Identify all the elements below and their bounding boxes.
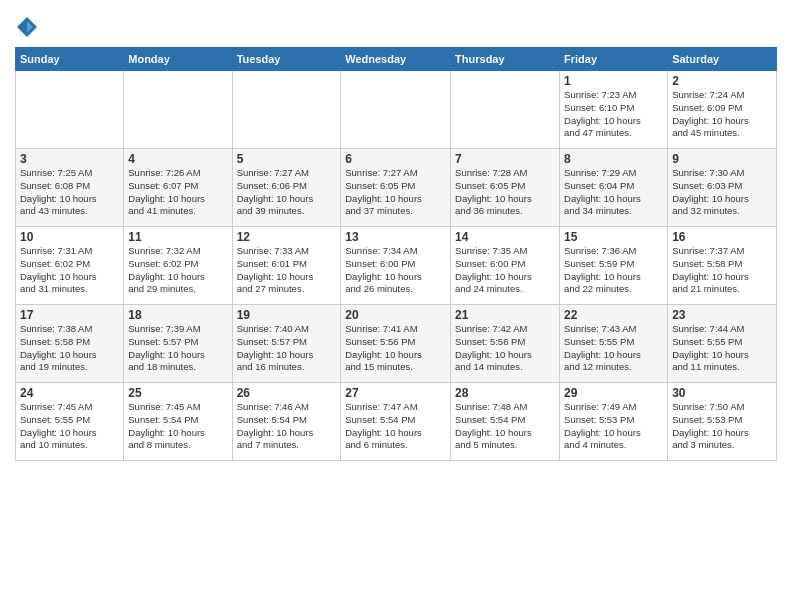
calendar-cell: 3Sunrise: 7:25 AMSunset: 6:08 PMDaylight… bbox=[16, 149, 124, 227]
calendar-cell: 13Sunrise: 7:34 AMSunset: 6:00 PMDayligh… bbox=[341, 227, 451, 305]
calendar-cell: 30Sunrise: 7:50 AMSunset: 5:53 PMDayligh… bbox=[668, 383, 777, 461]
weekday-header: Tuesday bbox=[232, 48, 341, 71]
calendar-cell: 11Sunrise: 7:32 AMSunset: 6:02 PMDayligh… bbox=[124, 227, 232, 305]
day-number: 5 bbox=[237, 152, 337, 166]
day-info: Sunrise: 7:38 AMSunset: 5:58 PMDaylight:… bbox=[20, 323, 119, 374]
calendar-cell bbox=[124, 71, 232, 149]
calendar-cell: 1Sunrise: 7:23 AMSunset: 6:10 PMDaylight… bbox=[560, 71, 668, 149]
day-number: 10 bbox=[20, 230, 119, 244]
calendar-cell: 18Sunrise: 7:39 AMSunset: 5:57 PMDayligh… bbox=[124, 305, 232, 383]
day-number: 29 bbox=[564, 386, 663, 400]
calendar-cell: 8Sunrise: 7:29 AMSunset: 6:04 PMDaylight… bbox=[560, 149, 668, 227]
calendar-cell: 22Sunrise: 7:43 AMSunset: 5:55 PMDayligh… bbox=[560, 305, 668, 383]
day-info: Sunrise: 7:24 AMSunset: 6:09 PMDaylight:… bbox=[672, 89, 772, 140]
day-number: 17 bbox=[20, 308, 119, 322]
day-info: Sunrise: 7:27 AMSunset: 6:05 PMDaylight:… bbox=[345, 167, 446, 218]
calendar-cell: 27Sunrise: 7:47 AMSunset: 5:54 PMDayligh… bbox=[341, 383, 451, 461]
calendar-body: 1Sunrise: 7:23 AMSunset: 6:10 PMDaylight… bbox=[16, 71, 777, 461]
day-info: Sunrise: 7:50 AMSunset: 5:53 PMDaylight:… bbox=[672, 401, 772, 452]
calendar-cell: 7Sunrise: 7:28 AMSunset: 6:05 PMDaylight… bbox=[451, 149, 560, 227]
day-info: Sunrise: 7:46 AMSunset: 5:54 PMDaylight:… bbox=[237, 401, 337, 452]
day-info: Sunrise: 7:40 AMSunset: 5:57 PMDaylight:… bbox=[237, 323, 337, 374]
calendar-cell: 23Sunrise: 7:44 AMSunset: 5:55 PMDayligh… bbox=[668, 305, 777, 383]
day-number: 24 bbox=[20, 386, 119, 400]
page-container: SundayMondayTuesdayWednesdayThursdayFrid… bbox=[0, 0, 792, 466]
logo bbox=[15, 15, 41, 39]
calendar-cell: 12Sunrise: 7:33 AMSunset: 6:01 PMDayligh… bbox=[232, 227, 341, 305]
calendar-cell bbox=[451, 71, 560, 149]
calendar-cell: 10Sunrise: 7:31 AMSunset: 6:02 PMDayligh… bbox=[16, 227, 124, 305]
day-info: Sunrise: 7:43 AMSunset: 5:55 PMDaylight:… bbox=[564, 323, 663, 374]
calendar-cell bbox=[232, 71, 341, 149]
day-number: 8 bbox=[564, 152, 663, 166]
calendar-cell: 20Sunrise: 7:41 AMSunset: 5:56 PMDayligh… bbox=[341, 305, 451, 383]
calendar-week-row: 17Sunrise: 7:38 AMSunset: 5:58 PMDayligh… bbox=[16, 305, 777, 383]
calendar-cell bbox=[341, 71, 451, 149]
day-number: 20 bbox=[345, 308, 446, 322]
day-number: 27 bbox=[345, 386, 446, 400]
day-number: 13 bbox=[345, 230, 446, 244]
day-number: 7 bbox=[455, 152, 555, 166]
day-info: Sunrise: 7:30 AMSunset: 6:03 PMDaylight:… bbox=[672, 167, 772, 218]
day-info: Sunrise: 7:44 AMSunset: 5:55 PMDaylight:… bbox=[672, 323, 772, 374]
day-number: 11 bbox=[128, 230, 227, 244]
day-info: Sunrise: 7:45 AMSunset: 5:55 PMDaylight:… bbox=[20, 401, 119, 452]
calendar-cell: 6Sunrise: 7:27 AMSunset: 6:05 PMDaylight… bbox=[341, 149, 451, 227]
day-info: Sunrise: 7:33 AMSunset: 6:01 PMDaylight:… bbox=[237, 245, 337, 296]
day-number: 14 bbox=[455, 230, 555, 244]
weekday-header-row: SundayMondayTuesdayWednesdayThursdayFrid… bbox=[16, 48, 777, 71]
calendar-week-row: 1Sunrise: 7:23 AMSunset: 6:10 PMDaylight… bbox=[16, 71, 777, 149]
day-number: 21 bbox=[455, 308, 555, 322]
day-number: 9 bbox=[672, 152, 772, 166]
day-info: Sunrise: 7:45 AMSunset: 5:54 PMDaylight:… bbox=[128, 401, 227, 452]
calendar-cell: 19Sunrise: 7:40 AMSunset: 5:57 PMDayligh… bbox=[232, 305, 341, 383]
calendar-cell: 28Sunrise: 7:48 AMSunset: 5:54 PMDayligh… bbox=[451, 383, 560, 461]
day-info: Sunrise: 7:25 AMSunset: 6:08 PMDaylight:… bbox=[20, 167, 119, 218]
weekday-header: Wednesday bbox=[341, 48, 451, 71]
day-info: Sunrise: 7:28 AMSunset: 6:05 PMDaylight:… bbox=[455, 167, 555, 218]
day-number: 16 bbox=[672, 230, 772, 244]
day-info: Sunrise: 7:31 AMSunset: 6:02 PMDaylight:… bbox=[20, 245, 119, 296]
day-info: Sunrise: 7:39 AMSunset: 5:57 PMDaylight:… bbox=[128, 323, 227, 374]
day-info: Sunrise: 7:26 AMSunset: 6:07 PMDaylight:… bbox=[128, 167, 227, 218]
day-info: Sunrise: 7:35 AMSunset: 6:00 PMDaylight:… bbox=[455, 245, 555, 296]
day-info: Sunrise: 7:23 AMSunset: 6:10 PMDaylight:… bbox=[564, 89, 663, 140]
calendar-header: SundayMondayTuesdayWednesdayThursdayFrid… bbox=[16, 48, 777, 71]
weekday-header: Friday bbox=[560, 48, 668, 71]
day-number: 4 bbox=[128, 152, 227, 166]
calendar-cell: 15Sunrise: 7:36 AMSunset: 5:59 PMDayligh… bbox=[560, 227, 668, 305]
calendar-cell: 26Sunrise: 7:46 AMSunset: 5:54 PMDayligh… bbox=[232, 383, 341, 461]
calendar-cell: 25Sunrise: 7:45 AMSunset: 5:54 PMDayligh… bbox=[124, 383, 232, 461]
calendar-cell: 21Sunrise: 7:42 AMSunset: 5:56 PMDayligh… bbox=[451, 305, 560, 383]
day-info: Sunrise: 7:27 AMSunset: 6:06 PMDaylight:… bbox=[237, 167, 337, 218]
calendar-cell: 2Sunrise: 7:24 AMSunset: 6:09 PMDaylight… bbox=[668, 71, 777, 149]
day-info: Sunrise: 7:49 AMSunset: 5:53 PMDaylight:… bbox=[564, 401, 663, 452]
day-number: 19 bbox=[237, 308, 337, 322]
calendar-week-row: 3Sunrise: 7:25 AMSunset: 6:08 PMDaylight… bbox=[16, 149, 777, 227]
day-number: 18 bbox=[128, 308, 227, 322]
day-number: 2 bbox=[672, 74, 772, 88]
day-number: 15 bbox=[564, 230, 663, 244]
day-info: Sunrise: 7:48 AMSunset: 5:54 PMDaylight:… bbox=[455, 401, 555, 452]
calendar-cell: 5Sunrise: 7:27 AMSunset: 6:06 PMDaylight… bbox=[232, 149, 341, 227]
logo-icon bbox=[15, 15, 39, 39]
calendar-cell: 4Sunrise: 7:26 AMSunset: 6:07 PMDaylight… bbox=[124, 149, 232, 227]
day-info: Sunrise: 7:41 AMSunset: 5:56 PMDaylight:… bbox=[345, 323, 446, 374]
day-number: 12 bbox=[237, 230, 337, 244]
calendar-week-row: 24Sunrise: 7:45 AMSunset: 5:55 PMDayligh… bbox=[16, 383, 777, 461]
calendar-cell: 14Sunrise: 7:35 AMSunset: 6:00 PMDayligh… bbox=[451, 227, 560, 305]
day-info: Sunrise: 7:36 AMSunset: 5:59 PMDaylight:… bbox=[564, 245, 663, 296]
calendar-table: SundayMondayTuesdayWednesdayThursdayFrid… bbox=[15, 47, 777, 461]
day-number: 28 bbox=[455, 386, 555, 400]
day-info: Sunrise: 7:47 AMSunset: 5:54 PMDaylight:… bbox=[345, 401, 446, 452]
page-header bbox=[15, 10, 777, 39]
day-number: 26 bbox=[237, 386, 337, 400]
weekday-header: Monday bbox=[124, 48, 232, 71]
day-number: 1 bbox=[564, 74, 663, 88]
day-number: 30 bbox=[672, 386, 772, 400]
day-info: Sunrise: 7:29 AMSunset: 6:04 PMDaylight:… bbox=[564, 167, 663, 218]
day-info: Sunrise: 7:34 AMSunset: 6:00 PMDaylight:… bbox=[345, 245, 446, 296]
calendar-cell: 16Sunrise: 7:37 AMSunset: 5:58 PMDayligh… bbox=[668, 227, 777, 305]
day-number: 25 bbox=[128, 386, 227, 400]
calendar-week-row: 10Sunrise: 7:31 AMSunset: 6:02 PMDayligh… bbox=[16, 227, 777, 305]
